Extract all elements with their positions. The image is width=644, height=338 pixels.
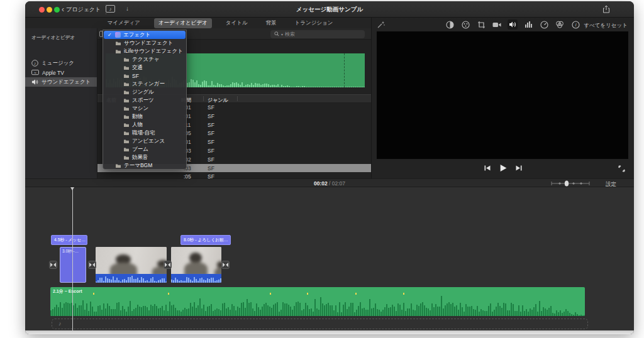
dropdown-item-スティンガー[interactable]: スティンガー (103, 80, 186, 88)
folder-icon (115, 41, 121, 46)
svg-text:i: i (575, 22, 576, 28)
dropdown-item-label: 人物 (132, 121, 143, 129)
dropdown-item-label: スティンガー (132, 80, 165, 88)
enhance-magic-wand-icon[interactable] (377, 21, 385, 29)
waveform (50, 293, 585, 316)
tab-オーディオとビデオ[interactable]: オーディオとビデオ (154, 18, 212, 28)
audio-clip-label: 2.1分 ~ Escort (53, 288, 82, 295)
viewer-pane: i すべてをリセット (371, 18, 634, 178)
sidebar-item-ミュージック[interactable]: ♪ミュージック (25, 58, 97, 68)
transition-icon[interactable] (164, 261, 172, 269)
timeline-zoom-slider[interactable] (551, 180, 590, 187)
background-music-clip[interactable]: 2.1分 ~ Escort (50, 287, 585, 316)
column-separator (237, 96, 238, 101)
transition-icon[interactable] (49, 261, 57, 269)
imovie-window: ‹ プロジェクト ♪ ↓ メッセージ動画サンプル マイメディアオーディオとビデオ… (25, 1, 634, 334)
dropdown-item-ブーム[interactable]: ブーム (103, 145, 186, 153)
search-scope-caret-icon: ▾ (281, 32, 283, 36)
crop-icon[interactable] (476, 19, 486, 30)
tab-タイトル[interactable]: タイトル (221, 18, 252, 28)
tab-背景[interactable]: 背景 (262, 18, 281, 28)
column-separator (203, 96, 204, 101)
transition-icon[interactable] (88, 261, 96, 269)
dropdown-item-マシン[interactable]: マシン (103, 104, 186, 112)
fullscreen-icon[interactable] (618, 165, 625, 172)
cell-genre: SF (208, 122, 214, 128)
folder-icon (123, 114, 130, 119)
folder-icon (123, 82, 130, 87)
cell-genre: SF (208, 130, 214, 136)
play-button[interactable] (499, 164, 507, 172)
dropdown-item-職場-自宅[interactable]: 職場-自宅 (103, 129, 186, 137)
video-clip[interactable] (96, 247, 167, 283)
beat-marker (307, 293, 308, 295)
noise-reduction-icon[interactable] (523, 19, 533, 30)
color-correction-icon[interactable] (460, 19, 470, 30)
table-row[interactable]: :05SF (97, 172, 371, 178)
dropdown-item-label: ジングル (132, 89, 154, 96)
folder-icon (123, 123, 130, 128)
sidebar-item-Apple TV[interactable]: tvApple TV (25, 68, 97, 77)
clip-audio-strip (96, 274, 167, 283)
color-balance-icon[interactable] (445, 19, 455, 30)
volume-icon[interactable] (508, 19, 518, 30)
tab-トランジション[interactable]: トランジション (291, 18, 338, 28)
dropdown-item-エフェクト[interactable]: ✓エフェクト (104, 31, 186, 39)
time-display: 00:02 / 02:07 (25, 180, 634, 187)
folder-icon (123, 106, 130, 111)
waveform (171, 275, 221, 283)
current-time: 00:02 (314, 180, 328, 187)
preview-marker-line (344, 53, 345, 87)
dropdown-item-動物[interactable]: 動物 (103, 112, 186, 121)
dropdown-item-テクスチャ[interactable]: テクスチャ (103, 55, 186, 63)
dropdown-item-iLifeサウンドエフェクト[interactable]: iLifeサウンドエフェクト (103, 47, 186, 55)
dropdown-item-label: マシン (132, 105, 148, 112)
dropdown-item-label: サウンドエフェクト (124, 40, 173, 47)
dropdown-item-ジングル[interactable]: ジングル (103, 88, 186, 96)
dropdown-item-交通[interactable]: 交通 (103, 63, 186, 72)
speaker-icon (31, 79, 38, 85)
dropdown-item-アンビエンス[interactable]: アンビエンス (103, 137, 186, 145)
waveform (96, 275, 167, 283)
browser-sidebar: オーディオとビデオ ♪ミュージックtvApple TVサウンドエフェクト (25, 28, 97, 178)
video-thumbnail (171, 247, 221, 274)
speed-icon[interactable] (539, 19, 549, 30)
dropdown-item-label: iLifeサウンドエフェクト (124, 48, 183, 55)
music-track-placeholder[interactable]: ♪ (52, 319, 588, 329)
transition-icon[interactable] (221, 261, 230, 269)
beat-marker (270, 293, 271, 295)
folder-icon (123, 90, 130, 95)
stabilization-icon[interactable] (492, 19, 502, 30)
clip-filter-icon[interactable] (555, 19, 565, 30)
dropdown-item-サウンドエフェクト[interactable]: サウンドエフェクト (103, 39, 186, 47)
reset-all-button[interactable]: すべてをリセット (584, 22, 628, 30)
share-icon[interactable] (602, 5, 610, 13)
skip-to-end-button[interactable] (515, 165, 522, 172)
video-clip[interactable] (171, 247, 221, 283)
sidebar-header: オーディオとビデオ (31, 35, 75, 41)
adjust-toolbar: i すべてをリセット (372, 18, 634, 31)
titlebar: ‹ プロジェクト ♪ ↓ メッセージ動画サンプル (25, 1, 634, 18)
dropdown-item-人物[interactable]: 人物 (103, 121, 186, 129)
tab-マイメディア[interactable]: マイメディア (103, 18, 145, 28)
folder-icon (123, 65, 130, 70)
dropdown-item-SF[interactable]: SF (103, 72, 186, 80)
sidebar-item-サウンドエフェクト[interactable]: サウンドエフェクト (25, 77, 97, 87)
dropdown-item-効果音[interactable]: 効果音 (103, 153, 186, 161)
dropdown-item-label: 動物 (132, 113, 143, 121)
clip-info-icon[interactable]: i (570, 19, 580, 30)
sidebar-item-label: Apple TV (42, 70, 64, 76)
dropdown-item-テーマBGM[interactable]: テーマBGM (103, 161, 186, 170)
folder-icon (123, 139, 130, 144)
folder-icon (123, 74, 130, 79)
search-field[interactable]: ▾ 検索 (270, 30, 365, 38)
folder-icon (115, 49, 121, 54)
tv-icon: tv (31, 70, 39, 76)
beat-marker (355, 293, 357, 295)
skip-to-start-button[interactable] (484, 165, 491, 172)
dropdown-item-スポーツ[interactable]: スポーツ (103, 96, 186, 104)
playhead[interactable] (72, 187, 73, 330)
music-note-icon: ♪ (58, 320, 62, 327)
title-clip[interactable]: 3.0秒 -… (60, 247, 86, 283)
folder-icon (123, 155, 130, 160)
